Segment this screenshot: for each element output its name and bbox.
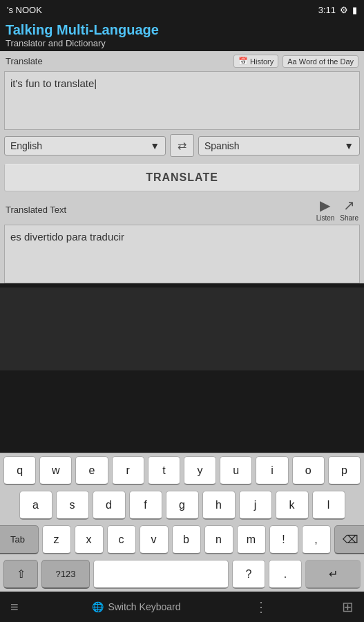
calendar-icon: 📅 bbox=[238, 57, 248, 66]
translate-label: Translate bbox=[6, 56, 43, 66]
header-actions: 📅 History Aa Word of the Day bbox=[233, 55, 358, 68]
key-z[interactable]: z bbox=[42, 525, 71, 554]
key-r[interactable]: r bbox=[112, 456, 144, 485]
key-p[interactable]: p bbox=[328, 456, 361, 485]
listen-label: Listen bbox=[316, 214, 335, 222]
app-name: 's NOOK bbox=[7, 5, 42, 15]
share-button[interactable]: ↗ Share bbox=[340, 197, 358, 222]
more-options-icon[interactable]: ⋮ bbox=[254, 599, 268, 615]
grid-icon[interactable]: ⊞ bbox=[342, 599, 354, 615]
history-button[interactable]: 📅 History bbox=[233, 55, 278, 68]
translate-btn-row: TRANSLATE bbox=[0, 161, 364, 194]
keyboard: q w e r t y u i o p a s d f g h j k l Ta… bbox=[0, 453, 364, 622]
input-text-area[interactable]: it's fun to translate bbox=[4, 71, 360, 130]
key-o[interactable]: o bbox=[292, 456, 325, 485]
source-lang-chevron: ▼ bbox=[150, 140, 160, 151]
keyboard-row-1: q w e r t y u i o p bbox=[0, 453, 364, 488]
keyboard-row-4: ⇧ ?123 ? . ↵ bbox=[0, 557, 364, 592]
key-v[interactable]: v bbox=[140, 525, 169, 554]
input-text: it's fun to translate bbox=[10, 77, 94, 89]
key-enter[interactable]: ↵ bbox=[305, 560, 361, 589]
app-title: Talking Multi-Language bbox=[6, 22, 358, 38]
keyboard-row-3: Tab z x c v b n m ! , ⌫ bbox=[0, 522, 364, 557]
word-icon: Aa bbox=[287, 57, 296, 66]
key-period[interactable]: . bbox=[269, 560, 302, 589]
share-label: Share bbox=[340, 214, 358, 222]
share-icon: ↗ bbox=[343, 197, 355, 214]
status-bar-right: 3:11 ⚙ ▮ bbox=[318, 5, 357, 15]
translated-label: Translated Text bbox=[6, 205, 66, 215]
main-content: Translate 📅 History Aa Word of the Day i… bbox=[0, 51, 364, 283]
key-q[interactable]: q bbox=[3, 456, 36, 485]
key-y[interactable]: y bbox=[184, 456, 216, 485]
translated-text-area: es divertido para traducir bbox=[4, 225, 360, 283]
target-lang-chevron: ▼ bbox=[344, 140, 354, 151]
translated-text: es divertido para traducir bbox=[10, 231, 124, 243]
key-question[interactable]: ? bbox=[232, 560, 265, 589]
key-comma[interactable]: , bbox=[302, 525, 331, 554]
key-w[interactable]: w bbox=[39, 456, 72, 485]
key-d[interactable]: d bbox=[93, 491, 126, 520]
key-l[interactable]: l bbox=[312, 491, 345, 520]
source-lang-label: English bbox=[10, 140, 42, 151]
globe-icon: 🌐 bbox=[92, 601, 104, 612]
key-backspace[interactable]: ⌫ bbox=[334, 525, 365, 554]
key-e[interactable]: e bbox=[75, 456, 108, 485]
source-language-select[interactable]: English ▼ bbox=[4, 136, 166, 156]
app-title-area: Talking Multi-Language Translator and Di… bbox=[0, 19, 364, 51]
key-n[interactable]: n bbox=[204, 525, 233, 554]
word-of-day-button[interactable]: Aa Word of the Day bbox=[282, 55, 358, 68]
bottom-left-icon[interactable]: ≡ bbox=[10, 599, 19, 615]
text-cursor bbox=[94, 77, 97, 89]
translated-actions: ▶ Listen ↗ Share bbox=[316, 197, 358, 222]
key-tab[interactable]: Tab bbox=[0, 525, 39, 554]
listen-icon: ▶ bbox=[320, 197, 330, 214]
swap-languages-button[interactable]: ⇄ bbox=[170, 134, 194, 157]
app-subtitle: Translator and Dictionary bbox=[6, 38, 358, 48]
key-a[interactable]: a bbox=[19, 491, 52, 520]
key-m[interactable]: m bbox=[237, 525, 266, 554]
key-s[interactable]: s bbox=[56, 491, 89, 520]
key-x[interactable]: x bbox=[75, 525, 104, 554]
key-num-sym[interactable]: ?123 bbox=[41, 560, 90, 589]
key-shift[interactable]: ⇧ bbox=[3, 560, 38, 589]
key-j[interactable]: j bbox=[239, 491, 272, 520]
key-g[interactable]: g bbox=[166, 491, 199, 520]
key-space[interactable] bbox=[93, 560, 229, 589]
target-language-select[interactable]: Spanish ▼ bbox=[198, 136, 360, 156]
settings-icon: ⚙ bbox=[340, 5, 348, 15]
translate-button[interactable]: TRANSLATE bbox=[4, 164, 360, 191]
key-k[interactable]: k bbox=[276, 491, 309, 520]
key-exclamation[interactable]: ! bbox=[269, 525, 298, 554]
key-h[interactable]: h bbox=[202, 491, 236, 520]
battery-icon: ▮ bbox=[352, 5, 357, 15]
swap-icon: ⇄ bbox=[178, 139, 186, 152]
key-i[interactable]: i bbox=[256, 456, 288, 485]
dark-area bbox=[0, 288, 364, 370]
language-row: English ▼ ⇄ Spanish ▼ bbox=[0, 130, 364, 161]
key-c[interactable]: c bbox=[107, 525, 136, 554]
status-bar: 's NOOK 3:11 ⚙ ▮ bbox=[0, 0, 364, 19]
key-b[interactable]: b bbox=[172, 525, 201, 554]
bottom-bar: ≡ 🌐 Switch Keyboard ⋮ ⊞ bbox=[0, 592, 364, 622]
switch-keyboard-label: Switch Keyboard bbox=[108, 601, 180, 612]
listen-button[interactable]: ▶ Listen bbox=[316, 197, 335, 222]
target-lang-label: Spanish bbox=[204, 140, 240, 151]
key-f[interactable]: f bbox=[129, 491, 162, 520]
keyboard-row-2: a s d f g h j k l bbox=[0, 488, 364, 522]
translate-header: Translate 📅 History Aa Word of the Day bbox=[0, 51, 364, 71]
translated-header: Translated Text ▶ Listen ↗ Share bbox=[0, 194, 364, 225]
key-t[interactable]: t bbox=[148, 456, 180, 485]
switch-keyboard-button[interactable]: 🌐 Switch Keyboard bbox=[92, 601, 180, 612]
key-u[interactable]: u bbox=[220, 456, 252, 485]
time-display: 3:11 bbox=[318, 5, 336, 15]
